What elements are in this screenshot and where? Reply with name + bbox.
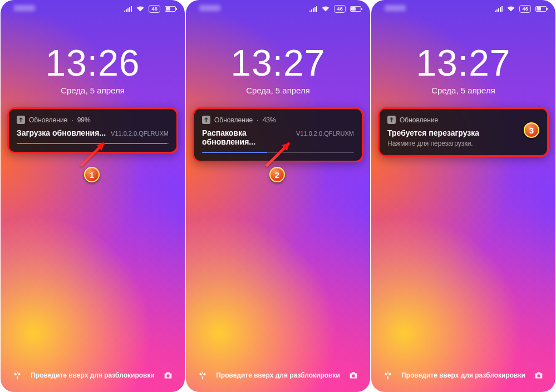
step-badge: 1 [84,167,100,182]
battery-icon [535,6,547,12]
camera-icon[interactable] [161,369,175,382]
phone-screenshot-1: 46 13:26 Среда, 5 апреля Обновление · 99… [1,0,185,392]
battery-icon [350,6,361,12]
battery-percent-pill: 46 [334,5,346,13]
update-app-icon [17,116,25,124]
lockscreen-clock-block: 13:27 Среда, 5 апреля [371,44,555,95]
lockscreen-date: Среда, 5 апреля [1,86,185,95]
update-app-icon [387,116,396,124]
notification-title: Загрузка обновления... [17,128,106,137]
lockscreen-date: Среда, 5 апреля [371,86,555,95]
wifi-icon [136,6,144,12]
notification-progress-percent: 43% [263,116,276,124]
update-app-icon [202,116,210,124]
battery-icon [165,6,176,12]
lockscreen-time: 13:27 [186,44,370,81]
phone-screenshot-2: 46 13:27 Среда, 5 апреля Обновление · 43… [186,0,370,392]
tulip-icon[interactable] [11,369,24,382]
status-bar: 46 [186,3,370,14]
camera-icon[interactable] [532,369,545,382]
phone-screenshot-3: 46 13:27 Среда, 5 апреля Обновление Треб… [371,0,555,392]
notification-version: V11.0.2.0.QFLRUXM [111,130,169,137]
notification-version: V11.0.2.0.QFLRUXM [296,130,354,137]
wifi-icon [322,6,329,12]
unlock-hint: Проведите вверх для разблокировки [395,371,532,379]
step-badge: 3 [524,122,539,138]
update-notification[interactable]: Обновление Требуется перезагрузка Нажмит… [378,107,549,157]
status-bar: 46 [371,3,555,14]
update-notification[interactable]: Обновление · 99% Загрузка обновления... … [7,107,178,153]
battery-percent-pill: 46 [519,5,531,13]
notification-title: Распаковка обновления... [202,128,292,146]
signal-icon [124,6,132,12]
signal-icon [309,6,317,12]
notification-title: Требуется перезагрузка [387,128,479,137]
notification-subtitle: Нажмите для перезагрузки. [387,140,539,147]
tulip-icon[interactable] [196,369,209,382]
camera-icon[interactable] [347,369,360,382]
status-bar: 46 [1,3,185,14]
lockscreen-clock-block: 13:27 Среда, 5 апреля [186,44,370,95]
notification-progress-percent: 99% [77,116,91,124]
lockscreen-time: 13:27 [371,44,555,81]
unlock-hint: Проведите вверх для разблокировки [209,371,347,379]
notification-app-name: Обновление [214,116,253,124]
lockscreen-clock-block: 13:26 Среда, 5 апреля [1,44,185,95]
signal-icon [495,6,503,12]
notification-app-name: Обновление [29,116,67,124]
step-badge: 2 [269,167,285,182]
progress-bar [202,152,354,153]
update-notification[interactable]: Обновление · 43% Распаковка обновления..… [193,107,363,162]
battery-percent-pill: 46 [149,5,160,13]
lockscreen-date: Среда, 5 апреля [186,86,370,95]
lockscreen-time: 13:26 [1,44,185,81]
wifi-icon [507,6,515,12]
progress-bar [17,143,169,144]
notification-app-name: Обновление [400,116,438,124]
tulip-icon[interactable] [381,369,395,382]
unlock-hint: Проведите вверх для разблокировки [24,371,161,379]
